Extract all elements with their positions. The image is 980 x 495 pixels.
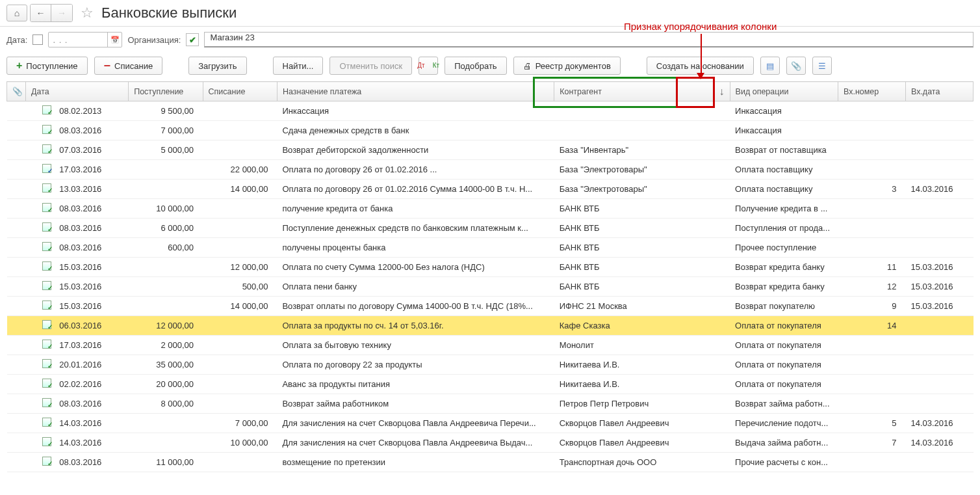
col-indate[interactable]: Вх.дата (905, 82, 973, 101)
favorite-star-icon[interactable]: ☆ (75, 5, 99, 21)
cell-agent: Транспортная дочь ООО (554, 453, 730, 472)
dtkt-button[interactable]: ДтКт (419, 57, 438, 75)
table-row[interactable]: 08.03.20166 000,00Поступление денежных с… (7, 219, 974, 238)
cell-attach (7, 316, 26, 336)
cell-purpose: Оплата по счету Сумма 12000-00 Без налог… (277, 258, 554, 277)
col-attach[interactable]: 📎 (7, 82, 26, 101)
cell-num: 5 (838, 414, 905, 433)
col-out[interactable]: Списание (203, 82, 277, 101)
cell-op: Возврат кредита банку (730, 277, 838, 297)
cell-date: 07.03.2016 (54, 140, 128, 160)
col-agent[interactable]: Контрагент ↓ (554, 82, 730, 101)
table-row[interactable]: 06.03.201612 000,00Оплата за продукты по… (7, 316, 974, 336)
cancel-search-button[interactable]: Отменить поиск (329, 57, 412, 75)
cell-in: 10 000,00 (129, 199, 203, 219)
cell-num (838, 219, 905, 238)
cell-op: Возврат от поставщика (730, 140, 838, 160)
cell-date: 02.02.2016 (54, 375, 128, 394)
cell-out (203, 238, 277, 258)
cell-op: Оплата от покупателя (730, 316, 838, 336)
cell-purpose: возмещение по претензии (277, 453, 554, 472)
find-button[interactable]: Найти... (273, 57, 324, 75)
cell-icon (26, 121, 55, 140)
table-row[interactable]: 08.03.2016600,00получены проценты банкаБ… (7, 238, 974, 258)
cell-in: 600,00 (129, 238, 203, 258)
cell-attach (7, 160, 26, 180)
back-button[interactable]: ← (31, 5, 51, 21)
col-op[interactable]: Вид операции (730, 82, 838, 101)
home-button[interactable]: ⌂ (6, 5, 27, 21)
list-button[interactable]: ☰ (812, 57, 832, 75)
table-row[interactable]: 02.02.201620 000,00Аванс за продукты пит… (7, 375, 974, 394)
cell-agent: Никитаева И.В. (554, 355, 730, 375)
col-purpose[interactable]: Назначение платежа (277, 82, 554, 101)
col-num[interactable]: Вх.номер (838, 82, 905, 101)
cell-agent: Никитаева И.В. (554, 375, 730, 394)
cell-in: 2 000,00 (129, 336, 203, 355)
org-filter-checkbox[interactable]: ✔ (186, 33, 199, 46)
pick-button[interactable]: Подобрать (445, 57, 506, 75)
cell-op: Оплата поставщику (730, 180, 838, 199)
attach-button[interactable]: 📎 (786, 57, 806, 75)
table-row[interactable]: 07.03.20165 000,00Возврат дебиторской за… (7, 140, 974, 160)
load-button[interactable]: Загрузить (188, 57, 246, 75)
cell-num (838, 238, 905, 258)
table-row[interactable]: 17.03.20162 000,00Оплата за бытовую техн… (7, 336, 974, 355)
table-row[interactable]: 14.03.20167 000,00Для зачисления на счет… (7, 414, 974, 433)
table-row[interactable]: 08.03.201611 000,00возмещение по претенз… (7, 453, 974, 472)
table-row[interactable]: 14.03.201610 000,00Для зачисления на сче… (7, 433, 974, 453)
cell-out: 10 000,00 (203, 433, 277, 453)
table-row[interactable]: 20.01.201635 000,00Оплата по договору 22… (7, 355, 974, 375)
table-row[interactable]: 08.03.201610 000,00получение кредита от … (7, 199, 974, 219)
table-row[interactable]: 15.03.201612 000,00Оплата по счету Сумма… (7, 258, 974, 277)
cell-agent: БАНК ВТБ (554, 258, 730, 277)
table-row[interactable]: 15.03.201614 000,00Возврат оплаты по дог… (7, 297, 974, 316)
writeoff-button[interactable]: −Списание (94, 57, 163, 75)
receipt-button[interactable]: +Поступление (6, 57, 88, 75)
cell-agent (554, 121, 730, 140)
cell-attach (7, 433, 26, 453)
cell-num: 3 (838, 180, 905, 199)
date-filter-checkbox[interactable] (32, 34, 43, 45)
cell-agent: ИФНС 21 Москва (554, 297, 730, 316)
table-row[interactable]: 08.02.20139 500,00ИнкассацияИнкассация (7, 101, 974, 121)
document-icon (42, 457, 51, 466)
filter-bar: Дата: . . . 📅 Организация: ✔ Магазин 23 (0, 27, 980, 53)
date-filter-input[interactable]: . . . 📅 (48, 32, 122, 47)
report-button[interactable]: ▤ (760, 57, 780, 75)
table-row[interactable]: 08.03.20167 000,00Сдача денежных средств… (7, 121, 974, 140)
cell-purpose: Возврат дебиторской задолженности (277, 140, 554, 160)
table-row[interactable]: 15.03.2016500,00Оплата пени банкуБАНК ВТ… (7, 277, 974, 297)
cell-attach (7, 121, 26, 140)
cell-in: 5 000,00 (129, 140, 203, 160)
col-in[interactable]: Поступление (129, 82, 203, 101)
cell-out (203, 394, 277, 414)
table-row[interactable]: 17.03.201622 000,00Оплата по договору 26… (7, 160, 974, 180)
document-icon (42, 379, 51, 388)
registry-button[interactable]: 🖨Реестр документов (513, 57, 621, 75)
cell-purpose: Оплата по договору 26 от 01.02.2016 ... (277, 160, 554, 180)
cell-op: Возврат покупателю (730, 297, 838, 316)
cell-num: 14 (838, 316, 905, 336)
cell-icon (26, 199, 55, 219)
cell-agent: БАНК ВТБ (554, 219, 730, 238)
cell-agent: БАНК ВТБ (554, 238, 730, 258)
cell-indate (905, 160, 973, 180)
cell-indate: 14.03.2016 (905, 180, 973, 199)
cell-num (838, 101, 905, 121)
cell-date: 08.03.2016 (54, 121, 128, 140)
cell-indate: 15.03.2016 (905, 258, 973, 277)
cell-agent: Петров Петр Петрович (554, 394, 730, 414)
table-row[interactable]: 08.03.20168 000,00Возврат займа работник… (7, 394, 974, 414)
forward-button[interactable]: → (51, 5, 72, 21)
date-filter-label: Дата: (6, 35, 27, 45)
cell-num (838, 375, 905, 394)
cell-attach (7, 414, 26, 433)
calendar-icon[interactable]: 📅 (107, 33, 122, 47)
col-date[interactable]: Дата (26, 82, 129, 101)
cell-in (129, 433, 203, 453)
cell-attach (7, 101, 26, 121)
org-filter-input[interactable]: Магазин 23 (204, 32, 974, 47)
table-row[interactable]: 13.03.201614 000,00Оплата по договору 26… (7, 180, 974, 199)
cell-agent: База "Электротовары" (554, 180, 730, 199)
